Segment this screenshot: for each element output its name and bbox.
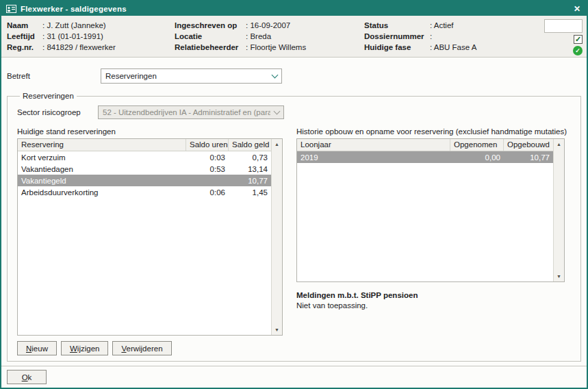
table-row[interactable]: Vakantiedagen 0:53 13,14 <box>18 163 271 175</box>
dialog-flexwerker-saldigegevens: Flexwerker - saldigegevens ✕ Naam: J. Zu… <box>0 0 588 389</box>
cell-saldo-geld: 10,77 <box>229 177 271 185</box>
table-row-selected[interactable]: Vakantiegeld 10,77 <box>18 175 271 186</box>
right-table-caption: Historie opbouw en opname voor reserveri… <box>296 127 565 136</box>
nieuw-button[interactable]: Nieuw <box>17 341 57 355</box>
field-value: : Actief <box>430 21 454 31</box>
betreft-selected-value: Reserveringen <box>105 72 268 80</box>
table-row[interactable]: Kort verzuim 0:03 0,73 <box>18 151 271 163</box>
table-body: Kort verzuim 0:03 0,73 Vakantiedagen 0:5… <box>18 151 271 335</box>
group-columns: Huidige stand reserveringen Reservering … <box>17 127 571 355</box>
betreft-row: Betreft Reserveringen <box>7 68 581 84</box>
cell-reservering: Vakantiegeld <box>18 177 186 185</box>
meldingen-text: Niet van toepassing. <box>296 301 565 310</box>
cell-saldo-uren: 0:53 <box>186 165 229 173</box>
field-value: : ABU Fase A <box>430 42 476 53</box>
status-ok-icon: ✓ <box>573 46 583 55</box>
scroll-up-icon[interactable]: ▲ <box>272 139 282 149</box>
groupbox-legend: Reserveringen <box>20 92 77 100</box>
field-value: : Floortje Willems <box>246 42 306 53</box>
field-label: Leeftijd <box>7 32 42 42</box>
scroll-down-icon[interactable]: ▼ <box>554 271 564 281</box>
cell-saldo-uren: 0:06 <box>186 188 229 197</box>
cell-reservering: Kort verzuim <box>18 153 186 162</box>
check-icon: ✓ <box>575 36 581 43</box>
field-label: Relatiebeheerder <box>175 42 246 53</box>
field-value: : 841829 / flexwerker <box>42 42 116 53</box>
table-header-row: Loonjaar Opgenomen Opgebouwd <box>297 139 553 151</box>
column-header-reservering[interactable]: Reservering <box>18 139 186 151</box>
chevron-down-icon <box>272 71 279 78</box>
table-header-row: Reservering Saldo uren Saldo geld <box>18 139 271 151</box>
sector-label: Sector risicogroep <box>17 108 98 116</box>
sector-selected-value: 52 - Uitzendbedrijven IA - Administratie… <box>103 108 270 116</box>
cell-reservering: Arbeidsduurverkorting <box>18 188 186 197</box>
historie-table: Loonjaar Opgenomen Opgebouwd 2019 0,00 1… <box>296 138 565 282</box>
column-header-saldo-uren[interactable]: Saldo uren <box>186 139 229 151</box>
column-header-saldo-geld[interactable]: Saldo geld <box>229 139 271 151</box>
vertical-scrollbar[interactable]: ▲ ▼ <box>271 139 282 335</box>
field-label: Huidige fase <box>364 42 430 53</box>
photo-placeholder <box>544 19 583 33</box>
cell-saldo-geld: 1,45 <box>229 188 271 197</box>
field-label: Reg.nr. <box>7 42 42 53</box>
column-header-loonjaar[interactable]: Loonjaar <box>297 139 450 151</box>
cell-opgebouwd: 10,77 <box>504 153 553 162</box>
header-col-2: Ingeschreven op: 16-09-2007 Locatie: Bre… <box>175 21 364 53</box>
cell-opgenomen: 0,00 <box>450 153 504 162</box>
table-row-selected[interactable]: 2019 0,00 10,77 <box>297 151 553 163</box>
field-label: Ingeschreven op <box>175 21 246 31</box>
cell-saldo-uren: 0:03 <box>186 153 229 162</box>
header-right-controls: ✓ ✓ <box>544 19 583 55</box>
header-col-1: Naam: J. Zutt (Janneke) Leeftijd: 31 (01… <box>7 21 175 53</box>
field-label: Locatie <box>175 32 246 42</box>
left-column: Huidige stand reserveringen Reservering … <box>17 127 283 355</box>
field-value: : 31 (01-01-1991) <box>42 32 103 42</box>
sector-row: Sector risicogroep 52 - Uitzendbedrijven… <box>17 105 571 119</box>
cell-loonjaar: 2019 <box>297 153 450 162</box>
titlebar: Flexwerker - saldigegevens ✕ <box>1 1 587 16</box>
scroll-up-icon[interactable]: ▲ <box>554 139 564 149</box>
field-label: Dossiernummer <box>364 32 430 42</box>
betreft-label: Betreft <box>7 72 101 80</box>
wijzigen-button[interactable]: Wijzigen <box>61 341 108 355</box>
chevron-down-icon <box>274 108 281 114</box>
column-header-opgebouwd[interactable]: Opgebouwd <box>504 139 553 151</box>
field-label: Naam <box>7 21 42 31</box>
betreft-select[interactable]: Reserveringen <box>101 68 282 84</box>
cell-reservering: Vakantiedagen <box>18 165 186 173</box>
sector-select[interactable]: 52 - Uitzendbedrijven IA - Administratie… <box>98 105 284 119</box>
vertical-scrollbar[interactable]: ▲ ▼ <box>553 139 564 281</box>
header-info: Naam: J. Zutt (Janneke) Leeftijd: 31 (01… <box>1 16 587 58</box>
cell-saldo-geld: 13,14 <box>229 165 271 173</box>
window-title: Flexwerker - saldigegevens <box>21 5 568 13</box>
left-table-caption: Huidige stand reserveringen <box>17 127 283 136</box>
scroll-down-icon[interactable]: ▼ <box>272 325 282 335</box>
right-column: Historie opbouw en opname voor reserveri… <box>296 127 565 355</box>
field-value: : <box>430 32 432 42</box>
field-label: Status <box>364 21 430 31</box>
window-icon <box>6 5 16 13</box>
field-value: : Breda <box>246 32 271 42</box>
reserveringen-groupbox: Reserveringen Sector risicogroep 52 - Ui… <box>7 92 581 362</box>
reserveringen-table: Reservering Saldo uren Saldo geld Kort v… <box>17 138 283 336</box>
table-buttons: Nieuw Wijzigen Verwijderen <box>17 341 283 355</box>
header-checkbox[interactable]: ✓ <box>574 35 583 44</box>
table-row[interactable]: Arbeidsduurverkorting 0:06 1,45 <box>18 186 271 198</box>
table-body: 2019 0,00 10,77 <box>297 151 553 281</box>
close-icon[interactable]: ✕ <box>572 4 582 14</box>
footer: Ok <box>1 366 587 388</box>
field-value: : 16-09-2007 <box>246 21 290 31</box>
column-header-opgenomen[interactable]: Opgenomen <box>450 139 504 151</box>
meldingen-title: Meldingen m.b.t. StiPP pensioen <box>296 291 565 299</box>
ok-button[interactable]: Ok <box>7 370 47 384</box>
verwijderen-button[interactable]: Verwijderen <box>112 341 171 355</box>
cell-saldo-geld: 0,73 <box>229 153 271 162</box>
field-value: : J. Zutt (Janneke) <box>42 21 106 31</box>
